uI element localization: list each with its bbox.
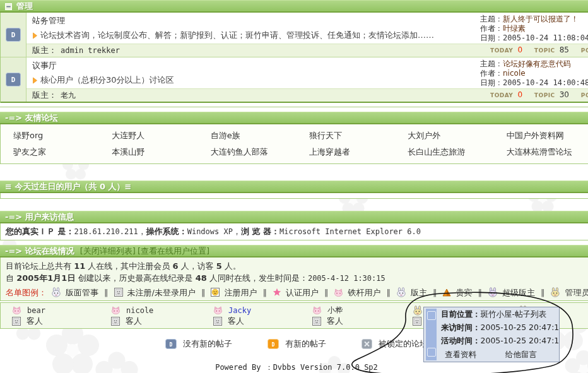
forum-row: D 站务管理 论坛技术咨询，论坛制度公布、解答；新驴报到、认证；斑竹申请、管理投… bbox=[1, 13, 588, 57]
moderator-label: 版主： bbox=[32, 90, 57, 100]
forum-status-cell: D bbox=[1, 57, 26, 102]
footer: Powered By ：Dvbbs Version 7.0.0 Sp2 Copy… bbox=[0, 363, 588, 373]
visitor-info-header: -=> 用户来访信息 bbox=[0, 211, 588, 223]
user-name-link[interactable]: nicole bbox=[126, 306, 153, 315]
user-name-line: bear bbox=[12, 305, 45, 316]
legend-separator: ‖ bbox=[541, 287, 545, 299]
popup-row-label: 来访时间： bbox=[441, 323, 481, 332]
user-name-link[interactable]: 小桦 bbox=[327, 305, 343, 316]
friend-forums-title: -=> 友情论坛 bbox=[5, 113, 58, 123]
cat-pink-icon bbox=[213, 306, 223, 314]
friend-forum-link[interactable]: 中国户外资料网 bbox=[494, 127, 588, 144]
legend-separator: ‖ bbox=[324, 287, 329, 299]
date-label: 日期： bbox=[480, 33, 503, 42]
friend-forum-link[interactable]: 大连钓鱼人部落 bbox=[198, 144, 297, 160]
forum-description-text: 论坛技术咨询，论坛制度公布、解答；新驴报到、认证；斑竹申请、管理投诉、任免通知；… bbox=[40, 30, 434, 41]
forum-status-icon: D bbox=[6, 28, 21, 42]
bunny-white-icon bbox=[396, 287, 406, 297]
moderator-links[interactable]: admin trekker bbox=[61, 46, 120, 55]
last-topic-link[interactable]: 论坛好像有恶意代码 bbox=[503, 59, 571, 68]
popup-info-row: 活动时间：2005-10-25 20:47:14 bbox=[424, 334, 559, 347]
view-online-location-link[interactable]: [查看在线用户位置] bbox=[138, 246, 209, 256]
user-location-label: 客人 bbox=[26, 316, 43, 327]
last-post-date: 2005-10-24 11:08:04 bbox=[503, 33, 588, 42]
cat-pink-icon bbox=[12, 306, 21, 314]
triangle-orange-icon bbox=[442, 288, 451, 297]
popup-row-value: 斑竹小屋-帖子列表 bbox=[481, 309, 547, 319]
legend-separator: ‖ bbox=[478, 287, 482, 299]
author-label: 作者： bbox=[480, 69, 503, 78]
friend-forum-link[interactable]: 大连林苑滑雪论坛 bbox=[494, 144, 588, 160]
legend-separator: ‖ bbox=[433, 287, 437, 299]
ip-value: 218.61.210.211 bbox=[74, 227, 138, 236]
star-pink-icon bbox=[273, 288, 281, 297]
svg-text:D: D bbox=[11, 31, 16, 39]
face-gray-icon bbox=[312, 317, 321, 326]
post-legend-item: 被锁定的论坛 bbox=[362, 338, 428, 350]
online-total: 11 bbox=[74, 261, 85, 271]
send-message-link[interactable]: 给他留言 bbox=[505, 347, 537, 362]
forum-stats: TODAY0 TOPIC85 POST954 bbox=[490, 45, 588, 54]
friend-forum-link[interactable]: 狼行天下 bbox=[297, 127, 395, 144]
legend-separator: ‖ bbox=[386, 287, 391, 299]
user-legend-row: 名单图例： 版面管事‖未注册/未登录用户‖注册用户‖认证用户‖铁杆用户‖版主‖贵… bbox=[6, 286, 587, 299]
birthday-header: ≡ 今天过生日的用户（共 0 人）≡ bbox=[0, 181, 588, 193]
face-gray-icon bbox=[413, 317, 421, 326]
bunny-white-icon bbox=[51, 287, 61, 297]
user-name-line: 小桦 bbox=[312, 305, 343, 316]
face-gray-icon bbox=[12, 317, 21, 326]
collapse-section-icon[interactable] bbox=[5, 3, 12, 10]
face-gray-icon bbox=[114, 288, 123, 297]
topic-count: 85 bbox=[560, 45, 569, 54]
d-orange-icon: D bbox=[268, 339, 279, 349]
topic-label: 主题： bbox=[480, 15, 503, 23]
post-legend-item: D没有新的帖子 bbox=[165, 338, 232, 350]
friend-forum-link[interactable]: 本溪山野 bbox=[99, 144, 197, 160]
friend-forum-link[interactable]: 自游e族 bbox=[198, 127, 297, 144]
separator: ， bbox=[233, 227, 241, 236]
last-author-link[interactable]: nicole bbox=[503, 69, 526, 78]
legend-items: 版面管事‖未注册/未登录用户‖注册用户‖认证用户‖铁杆用户‖版主‖贵宾‖超级版主… bbox=[51, 287, 588, 299]
os-value: Windows XP bbox=[187, 227, 233, 236]
last-topic-link[interactable]: 新人终于可以报道了！ bbox=[503, 15, 579, 23]
popup-row-value: 2005-10-25 20:47:14 bbox=[481, 336, 560, 345]
user-location-line: 客人 bbox=[12, 316, 45, 326]
today-label: TODAY bbox=[490, 47, 513, 54]
view-profile-link[interactable]: 查看资料 bbox=[445, 347, 476, 362]
covered-icon-ghost bbox=[427, 348, 436, 357]
friend-forum-link[interactable]: 长白山生态旅游 bbox=[395, 144, 493, 160]
user-location-line: 客人 bbox=[213, 316, 251, 326]
powered-by-text: Powered By ：Dvbbs Version 7.0.0 Sp2 bbox=[0, 363, 588, 372]
online-guests: 5 bbox=[216, 261, 222, 271]
user-info-popup: 目前位置：斑竹小屋-帖子列表来访时间：2005-10-25 20:47:14活动… bbox=[423, 307, 560, 362]
user-name-link[interactable]: Jacky bbox=[228, 306, 251, 315]
user-location-label: 客人 bbox=[126, 316, 142, 327]
close-detail-list-link[interactable]: [关闭详细列表] bbox=[80, 246, 136, 256]
user-name-link[interactable]: bear bbox=[27, 306, 45, 315]
legend-separator: ‖ bbox=[201, 287, 206, 299]
forum-row-main: 议事厅 核心用户（总积分30分以上）讨论区 版主：老九 主题：论坛好像有恶意代码… bbox=[26, 57, 588, 102]
visitor-info-title: -=> 用户来访信息 bbox=[5, 212, 74, 222]
author-label: 作者： bbox=[480, 24, 503, 33]
founded-date: 2005年1月1日 bbox=[16, 273, 75, 283]
friend-forum-link[interactable]: 上海穿越者 bbox=[297, 144, 395, 160]
popup-info-row: 来访时间：2005-10-25 20:47:14 bbox=[424, 321, 559, 334]
friend-forum-link[interactable]: 大连野人 bbox=[99, 127, 197, 144]
online-user-entry: bear客人 bbox=[12, 305, 45, 326]
friend-forum-link[interactable]: 大刘户外 bbox=[395, 127, 493, 144]
face-gray-icon bbox=[213, 317, 222, 326]
moderator-links[interactable]: 老九 bbox=[61, 91, 76, 100]
legend-item-label: 贵宾 bbox=[456, 287, 472, 299]
legend-separator: ‖ bbox=[104, 287, 109, 299]
topic-label: 主题： bbox=[480, 59, 503, 68]
svg-text:D: D bbox=[272, 341, 275, 348]
legend-item-label: 认证用户 bbox=[286, 287, 319, 299]
ip-label: 您的真实ＩＰ 是： bbox=[6, 227, 74, 236]
forum-status-icon: D bbox=[6, 73, 21, 86]
svg-text:D: D bbox=[11, 76, 16, 84]
last-author-link[interactable]: 叶绿素 bbox=[503, 24, 526, 33]
friend-forum-link[interactable]: 驴友之家 bbox=[1, 144, 99, 160]
last-topic-info: 主题：新人终于可以报道了！ 作者：叶绿素 日期：2005-10-24 11:08… bbox=[480, 15, 588, 43]
friend-forum-link[interactable]: 绿野org bbox=[1, 127, 99, 144]
today-count: 0 bbox=[517, 45, 522, 54]
